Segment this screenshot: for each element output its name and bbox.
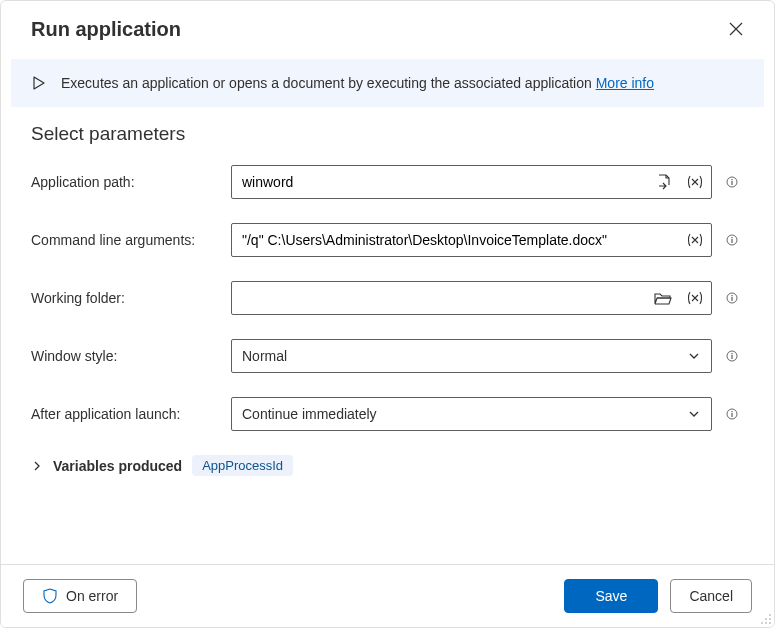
info-banner-text: Executes an application or opens a docum… [61,75,654,91]
svg-rect-2 [732,181,733,185]
save-button[interactable]: Save [564,579,658,613]
chevron-down-icon [687,349,701,363]
close-icon [728,21,744,37]
svg-rect-14 [732,413,733,417]
svg-point-20 [769,622,771,624]
dialog-footer: On error Save Cancel [1,564,774,627]
label-application-path: Application path: [31,174,223,190]
svg-rect-5 [732,239,733,243]
label-working-folder: Working folder: [31,290,223,306]
svg-point-16 [765,618,767,620]
dialog-header: Run application [1,1,774,53]
info-banner: Executes an application or opens a docum… [11,59,764,107]
select-value: Continue immediately [242,406,687,422]
variable-picker-button[interactable] [679,224,711,256]
variable-icon [685,289,705,307]
svg-point-17 [769,618,771,620]
svg-point-7 [731,295,732,296]
info-icon [726,173,738,191]
section-title: Select parameters [31,123,744,145]
svg-point-15 [769,614,771,616]
folder-open-icon [653,289,673,307]
select-value: Normal [242,348,687,364]
dialog-title: Run application [31,18,181,41]
variable-picker-button[interactable] [679,282,711,314]
field-application-path [231,165,712,199]
svg-rect-8 [732,297,733,301]
file-picker-button[interactable] [649,166,679,198]
svg-point-1 [731,179,732,180]
svg-rect-11 [732,355,733,359]
row-command-line-arguments: Command line arguments: [31,223,744,257]
cancel-button[interactable]: Cancel [670,579,752,613]
svg-point-4 [731,237,732,238]
more-info-link[interactable]: More info [596,75,654,91]
label-command-line-arguments: Command line arguments: [31,232,223,248]
label-after-application-launch: After application launch: [31,406,223,422]
variable-icon [685,231,705,249]
shield-icon [42,588,58,604]
variables-produced-label: Variables produced [53,458,182,474]
svg-point-13 [731,411,732,412]
input-working-folder[interactable] [232,282,647,314]
on-error-button[interactable]: On error [23,579,137,613]
help-window-style[interactable] [720,344,744,368]
variables-produced-row[interactable]: Variables produced AppProcessId [1,455,774,476]
help-after-application-launch[interactable] [720,402,744,426]
svg-point-18 [761,622,763,624]
label-window-style: Window style: [31,348,223,364]
select-after-application-launch[interactable]: Continue immediately [231,397,712,431]
input-command-line-arguments[interactable] [232,224,679,256]
row-window-style: Window style: Normal [31,339,744,373]
select-window-style[interactable]: Normal [231,339,712,373]
field-command-line-arguments [231,223,712,257]
chevron-down-icon [687,407,701,421]
row-working-folder: Working folder: [31,281,744,315]
resize-grip-icon[interactable] [760,613,772,625]
svg-point-10 [731,353,732,354]
info-icon [726,347,738,365]
row-after-application-launch: After application launch: Continue immed… [31,397,744,431]
input-application-path[interactable] [232,166,649,198]
info-icon [726,289,738,307]
variable-icon [685,173,705,191]
variable-picker-button[interactable] [679,166,711,198]
parameters-section: Select parameters Application path: Comm… [1,123,774,431]
svg-point-19 [765,622,767,624]
close-button[interactable] [722,15,750,43]
folder-picker-button[interactable] [647,282,679,314]
chevron-right-icon [31,460,43,472]
help-working-folder[interactable] [720,286,744,310]
variable-chip[interactable]: AppProcessId [192,455,293,476]
help-application-path[interactable] [720,170,744,194]
field-working-folder [231,281,712,315]
file-arrow-icon [655,173,673,191]
info-icon [726,405,738,423]
info-icon [726,231,738,249]
play-outline-icon [31,75,47,91]
row-application-path: Application path: [31,165,744,199]
help-command-line-arguments[interactable] [720,228,744,252]
